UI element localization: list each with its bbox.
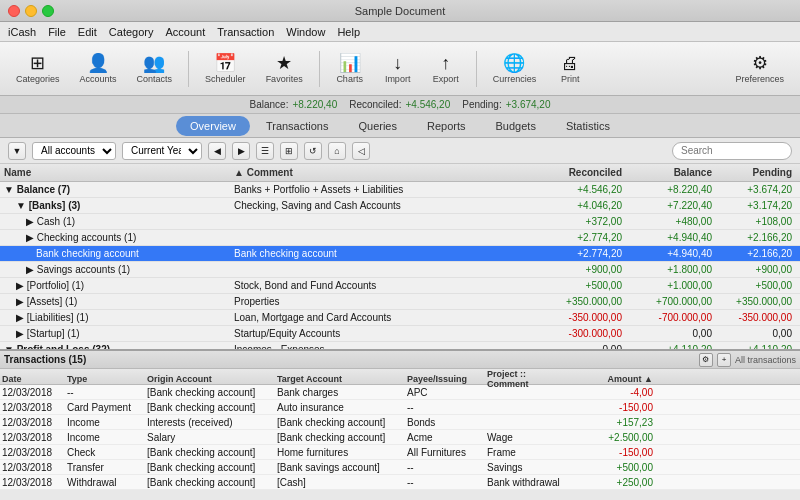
account-row[interactable]: ▼ Profit and Loss (32) Incomes - Expense… [0, 342, 800, 349]
trans-date: 12/03/2018 [2, 402, 67, 413]
transaction-row[interactable]: 12/03/2018 Income Interests (received) [… [0, 415, 800, 430]
import-icon: ↓ [393, 54, 402, 72]
trans-date: 12/03/2018 [2, 432, 67, 443]
tab-budgets[interactable]: Budgets [482, 116, 550, 136]
list-view-btn[interactable]: ☰ [256, 142, 274, 160]
menu-file[interactable]: File [48, 26, 66, 38]
transaction-row[interactable]: 12/03/2018 Transfer [Bank checking accou… [0, 460, 800, 475]
toolbar-accounts-button[interactable]: 👤 Accounts [72, 50, 125, 88]
trans-amount: +500,00 [567, 462, 657, 473]
close-button[interactable] [8, 5, 20, 17]
trans-type: Income [67, 417, 147, 428]
toolbar-categories-button[interactable]: ⊞ Categories [8, 50, 68, 88]
view-toggle-btn[interactable]: ▼ [8, 142, 26, 160]
menu-account[interactable]: Account [165, 26, 205, 38]
minimize-button[interactable] [25, 5, 37, 17]
charts-icon: 📊 [339, 54, 361, 72]
account-balance: +480,00 [626, 216, 716, 227]
trans-target: [Bank checking account] [277, 432, 407, 443]
th-origin: Origin Account [147, 374, 277, 384]
account-row[interactable]: ▶ [Startup] (1) Startup/Equity Accounts … [0, 326, 800, 342]
th-type: Type [67, 374, 147, 384]
transactions-title: Transactions (15) [4, 354, 86, 365]
menu-window[interactable]: Window [286, 26, 325, 38]
col-balance-header: Balance [626, 167, 716, 178]
account-pending: +900,00 [716, 264, 796, 275]
accounts-section: Name ▲ Comment Reconciled Balance Pendin… [0, 164, 800, 349]
toolbar-scheduler-button[interactable]: 📅 Scheduler [197, 50, 254, 88]
toolbar-favorites-button[interactable]: ★ Favorites [258, 50, 311, 88]
toolbar-charts-button[interactable]: 📊 Charts [328, 50, 372, 88]
tab-queries[interactable]: Queries [344, 116, 411, 136]
back-btn[interactable]: ◁ [352, 142, 370, 160]
trans-payee: Bonds [407, 417, 487, 428]
toolbar-preferences-button[interactable]: ⚙ Preferences [727, 50, 792, 88]
grid-view-btn[interactable]: ⊞ [280, 142, 298, 160]
transaction-row[interactable]: 12/03/2018 Card Payment [Bank checking a… [0, 400, 800, 415]
trans-origin: Salary [147, 432, 277, 443]
account-balance: +4.940,40 [626, 248, 716, 259]
menu-transaction[interactable]: Transaction [217, 26, 274, 38]
search-input[interactable] [672, 142, 792, 160]
account-pending: +500,00 [716, 280, 796, 291]
toolbar-contacts-button[interactable]: 👥 Contacts [129, 50, 181, 88]
transaction-row[interactable]: 12/03/2018 Check [Bank checking account]… [0, 445, 800, 460]
period-nav-prev[interactable]: ◀ [208, 142, 226, 160]
transactions-section: Transactions (15) ⚙ + All transactions D… [0, 349, 800, 490]
th-amount: Amount ▲ [567, 374, 657, 384]
tab-statistics[interactable]: Statistics [552, 116, 624, 136]
account-name: ▶ Cash (1) [4, 216, 234, 227]
trans-date: 12/03/2018 [2, 447, 67, 458]
account-row[interactable]: ▼ [Banks] (3) Checking, Saving and Cash … [0, 198, 800, 214]
toolbar-print-button[interactable]: 🖨 Print [548, 50, 592, 88]
period-filter-select[interactable]: Current Year [122, 142, 202, 160]
trans-amount: +2.500,00 [567, 432, 657, 443]
print-icon: 🖨 [561, 54, 579, 72]
tab-transactions[interactable]: Transactions [252, 116, 343, 136]
account-pending: +2.166,20 [716, 232, 796, 243]
account-row[interactable]: ▶ [Assets] (1) Properties +350.000,00 +7… [0, 294, 800, 310]
account-row[interactable]: ▶ Savings accounts (1) +900,00 +1.800,00… [0, 262, 800, 278]
menu-icash[interactable]: iCash [8, 26, 36, 38]
refresh-btn[interactable]: ↺ [304, 142, 322, 160]
transactions-rows: 12/03/2018 -- [Bank checking account] Ba… [0, 385, 800, 490]
menu-help[interactable]: Help [337, 26, 360, 38]
toolbar-export-button[interactable]: ↑ Export [424, 50, 468, 88]
account-row[interactable]: ▼ Balance (7) Banks + Portfolio + Assets… [0, 182, 800, 198]
account-row[interactable]: Bank checking account Bank checking acco… [0, 246, 800, 262]
toolbar-import-button[interactable]: ↓ Import [376, 50, 420, 88]
transactions-col-header: Date Type Origin Account Target Account … [0, 369, 800, 385]
tab-reports[interactable]: Reports [413, 116, 480, 136]
maximize-button[interactable] [42, 5, 54, 17]
account-row[interactable]: ▶ Checking accounts (1) +2.774,20 +4.940… [0, 230, 800, 246]
trans-settings-btn[interactable]: ⚙ [699, 353, 713, 367]
scheduler-icon: 📅 [214, 54, 236, 72]
trans-type: Card Payment [67, 402, 147, 413]
home-btn[interactable]: ⌂ [328, 142, 346, 160]
period-nav-next[interactable]: ▶ [232, 142, 250, 160]
account-filter-select[interactable]: All accounts [32, 142, 116, 160]
transactions-all-label: All transactions [735, 355, 796, 365]
transaction-row[interactable]: 12/03/2018 Income Salary [Bank checking … [0, 430, 800, 445]
traffic-lights[interactable] [8, 5, 54, 17]
account-comment: Stock, Bond and Fund Accounts [234, 280, 536, 291]
menu-category[interactable]: Category [109, 26, 154, 38]
account-row[interactable]: ▶ [Liabilities] (1) Loan, Mortgage and C… [0, 310, 800, 326]
account-pending: +108,00 [716, 216, 796, 227]
account-comment: Startup/Equity Accounts [234, 328, 536, 339]
preferences-icon: ⚙ [752, 54, 768, 72]
pending-value: +3.674,20 [506, 99, 551, 110]
account-comment: Banks + Portfolio + Assets + Liabilities [234, 184, 536, 195]
transaction-row[interactable]: 12/03/2018 -- [Bank checking account] Ba… [0, 385, 800, 400]
trans-add-btn[interactable]: + [717, 353, 731, 367]
account-reconciled: -350.000,00 [536, 312, 626, 323]
toolbar-currencies-button[interactable]: 🌐 Currencies [485, 50, 545, 88]
account-row[interactable]: ▶ Cash (1) +372,00 +480,00 +108,00 [0, 214, 800, 230]
transaction-row[interactable]: 12/03/2018 Withdrawal [Bank checking acc… [0, 475, 800, 490]
accounts-header: Name ▲ Comment Reconciled Balance Pendin… [0, 164, 800, 182]
account-name: ▼ Balance (7) [4, 184, 234, 195]
menu-edit[interactable]: Edit [78, 26, 97, 38]
tab-overview[interactable]: Overview [176, 116, 250, 136]
account-row[interactable]: ▶ [Portfolio] (1) Stock, Bond and Fund A… [0, 278, 800, 294]
trans-target: Auto insurance [277, 402, 407, 413]
